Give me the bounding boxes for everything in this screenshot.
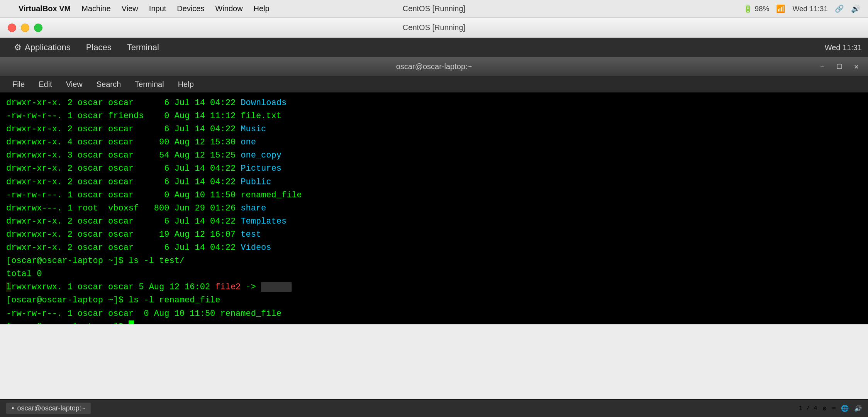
- mac-menu-left: VirtualBox VM Machine View Input Devices…: [8, 4, 270, 13]
- list-item: -rw-rw-r--. 1 oscar oscar 0 Aug 10 11:50…: [6, 307, 862, 320]
- command-prompt-active[interactable]: [oscar@oscar-laptop ~]$: [6, 320, 862, 324]
- list-item: drwxrwxr-x. 4 oscar oscar 90 Aug 12 15:3…: [6, 136, 862, 149]
- vm-menu-terminal[interactable]: Terminal: [119, 40, 167, 55]
- taskbar-terminal-item[interactable]: ▪ oscar@oscar-laptop:~: [6, 403, 91, 414]
- minimize-button[interactable]: [21, 24, 29, 32]
- terminal-close-btn[interactable]: ✕: [848, 58, 865, 75]
- taskbar-right-icons: 1 / 4 ⚙ ⌨ 🌐 🔊: [799, 405, 862, 412]
- command-prompt: [oscar@oscar-laptop ~]$ ls -l test/: [6, 254, 862, 268]
- terminal-restore-btn[interactable]: □: [831, 58, 848, 75]
- network-icon: 🔗: [835, 4, 844, 13]
- applications-icon: ⚙: [14, 42, 22, 53]
- vm-menubar-time: Wed 11:31: [825, 43, 862, 52]
- terminal-titlebar: oscar@oscar-laptop:~ − □ ✕: [0, 57, 868, 76]
- battery-icon: 🔋 98%: [743, 4, 769, 13]
- taskbar-terminal-icon: ▪: [12, 404, 14, 412]
- applications-label: Applications: [25, 42, 71, 53]
- list-item: drwxr-xr-x. 2 oscar oscar 6 Jul 14 04:22…: [6, 97, 862, 110]
- volume-icon: 🔊: [851, 4, 860, 13]
- list-item: drwxrwxr-x. 2 oscar oscar 19 Aug 12 16:0…: [6, 228, 862, 241]
- terminal-window-title: oscar@oscar-laptop:~: [396, 62, 472, 71]
- mac-topbar: VirtualBox VM Machine View Input Devices…: [0, 0, 868, 18]
- term-menu-view[interactable]: View: [59, 78, 90, 90]
- list-item: drwxr-xr-x. 2 oscar oscar 6 Jul 14 04:22…: [6, 215, 862, 228]
- mac-menu-help[interactable]: Help: [254, 4, 270, 13]
- terminal-minimize-btn[interactable]: −: [814, 58, 831, 75]
- term-menu-file[interactable]: File: [5, 78, 32, 90]
- mac-menu-devices[interactable]: Devices: [177, 4, 204, 13]
- command-output: total 0: [6, 268, 862, 281]
- places-label: Places: [86, 42, 112, 53]
- terminal-content: drwxr-xr-x. 2 oscar oscar 6 Jul 14 04:22…: [0, 93, 868, 324]
- vbox-titlebar: CentOS [Running]: [0, 18, 868, 38]
- term-menu-help[interactable]: Help: [171, 78, 201, 90]
- virtualbox-window: CentOS [Running] ⚙ Applications Places T…: [0, 18, 868, 417]
- term-menu-edit[interactable]: Edit: [32, 78, 59, 90]
- taskbar-page-indicator: 1 / 4: [799, 405, 817, 412]
- terminal-window: oscar@oscar-laptop:~ − □ ✕ File Edit Vie…: [0, 57, 868, 324]
- terminal-window-controls: − □ ✕: [814, 58, 865, 75]
- traffic-lights: [8, 24, 42, 32]
- list-item: drwxr-xr-x. 2 oscar oscar 6 Jul 14 04:22…: [6, 176, 862, 189]
- mac-menu-machine[interactable]: Machine: [81, 4, 111, 13]
- list-item: -rw-rw-r--. 1 oscar oscar 0 Aug 10 11:50…: [6, 189, 862, 202]
- list-item: drwxrwx---. 1 root vboxsf 800 Jun 29 01:…: [6, 202, 862, 215]
- taskbar-keyboard-icon[interactable]: ⌨: [832, 405, 836, 412]
- mac-topbar-right: 🔋 98% 📶 Wed 11:31 🔗 🔊: [743, 4, 860, 13]
- close-button[interactable]: [8, 24, 16, 32]
- wifi-icon: 📶: [776, 4, 785, 13]
- taskbar-volume-icon[interactable]: 🔊: [854, 405, 862, 412]
- mac-menu-virtualboxvm[interactable]: VirtualBox VM: [19, 4, 71, 13]
- mac-topbar-title: CentOS [Running]: [403, 4, 465, 13]
- list-item: lrwxrwxrwx. 1 oscar oscar 5 Aug 12 16:02…: [6, 281, 862, 294]
- mac-menu-input[interactable]: Input: [149, 4, 166, 13]
- term-menu-search[interactable]: Search: [90, 78, 128, 90]
- list-item: drwxr-xr-x. 2 oscar oscar 6 Jul 14 04:22…: [6, 123, 862, 136]
- vm-menu-places[interactable]: Places: [78, 40, 119, 55]
- mac-menu-window[interactable]: Window: [215, 4, 242, 13]
- taskbar: ▪ oscar@oscar-laptop:~ 1 / 4 ⚙ ⌨ 🌐 🔊: [0, 399, 868, 417]
- clock: Wed 11:31: [792, 5, 828, 13]
- vm-menu-applications[interactable]: ⚙ Applications: [6, 40, 78, 55]
- maximize-button[interactable]: [34, 24, 42, 32]
- terminal-label: Terminal: [127, 42, 159, 53]
- command-prompt: [oscar@oscar-laptop ~]$ ls -l renamed_fi…: [6, 294, 862, 307]
- list-item: drwxr-xr-x. 2 oscar oscar 6 Jul 14 04:22…: [6, 241, 862, 254]
- list-item: drwxr-xr-x. 2 oscar oscar 6 Jul 14 04:22…: [6, 162, 862, 175]
- taskbar-network-icon[interactable]: 🌐: [841, 405, 849, 412]
- taskbar-settings-icon[interactable]: ⚙: [823, 405, 827, 412]
- list-item: drwxrwxr-x. 3 oscar oscar 54 Aug 12 15:2…: [6, 149, 862, 162]
- taskbar-terminal-label: oscar@oscar-laptop:~: [17, 404, 85, 412]
- vbox-window-title: CentOS [Running]: [403, 23, 465, 32]
- terminal-menu: File Edit View Search Terminal Help: [0, 76, 868, 93]
- vm-menubar: ⚙ Applications Places Terminal Wed 11:31: [0, 38, 868, 57]
- mac-menu-view[interactable]: View: [122, 4, 138, 13]
- list-item: -rw-rw-r--. 1 oscar friends 0 Aug 14 11:…: [6, 110, 862, 123]
- term-menu-terminal[interactable]: Terminal: [128, 78, 171, 90]
